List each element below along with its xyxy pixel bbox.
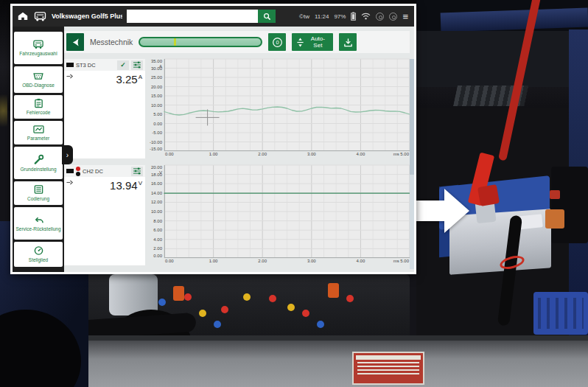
battery-icon bbox=[351, 12, 356, 21]
oscilloscope-chart-st3: 35.00A30.0025.0020.0015.0010.005.000.00-… bbox=[145, 59, 410, 158]
clipboard-icon bbox=[33, 98, 44, 108]
menu-icon[interactable]: ≡ bbox=[402, 12, 408, 21]
sidebar-label: Service-Rückstellung bbox=[15, 226, 60, 231]
sidebar-item-stellglied[interactable]: Stellglied bbox=[14, 242, 63, 267]
auto-set-label: Auto-Set bbox=[307, 35, 329, 49]
window-title: Volkswagen Golf5 Plus 1.6i 1... bbox=[52, 13, 122, 20]
sidebar-label: Fehlercode bbox=[27, 110, 51, 115]
save-button[interactable] bbox=[339, 33, 357, 51]
red-probe-dot bbox=[76, 167, 80, 171]
plot-wrap: 0.001.002.003.004.00ms 5.00 bbox=[164, 59, 410, 158]
top-bar: Volkswagen Golf5 Plus 1.6i 1... ©tw 11:2… bbox=[13, 6, 414, 27]
wrench-icon bbox=[32, 154, 44, 165]
arrow-head bbox=[444, 189, 469, 233]
timebase-slider-marker[interactable] bbox=[174, 38, 176, 46]
plot-wrap: 0.001.002.003.004.00ms 5.00 bbox=[164, 165, 410, 265]
status-area: ©tw 11:24 97% ≡ bbox=[299, 12, 408, 21]
home-icon[interactable] bbox=[17, 11, 29, 21]
wifi-icon bbox=[361, 13, 371, 20]
channel-card-ch2: CH2 DC bbox=[64, 165, 145, 265]
sync-icon bbox=[376, 13, 384, 21]
search-input[interactable] bbox=[127, 10, 258, 23]
y-axis-labels: 20.00V18.0016.0014.0012.0010.008.006.004… bbox=[145, 165, 164, 265]
car-icon bbox=[32, 39, 45, 49]
scope-plot-area[interactable] bbox=[164, 165, 410, 258]
measurement-toolbar: Messtechnik 0 Auto-Set bbox=[64, 31, 410, 53]
black-probe-dot bbox=[76, 172, 80, 176]
timebase-slider[interactable] bbox=[139, 37, 262, 47]
gauge-icon bbox=[33, 245, 44, 256]
trace-color-swatch bbox=[66, 63, 74, 67]
value-unit: V bbox=[139, 180, 142, 186]
coding-list-icon bbox=[33, 184, 44, 195]
sidebar-item-obd-diagnose[interactable]: OBD-Diagnose bbox=[14, 66, 63, 93]
network-label: ©tw bbox=[299, 13, 309, 20]
photo-orange-relay bbox=[545, 209, 564, 229]
check-icon: ✓ bbox=[120, 61, 126, 69]
channel-enable-button[interactable]: ✓ bbox=[117, 60, 129, 70]
oscilloscope-chart-ch2: 20.00V18.0016.0014.0012.0010.008.006.004… bbox=[145, 165, 410, 265]
x-axis-labels: 0.001.002.003.004.00ms 5.00 bbox=[164, 151, 410, 158]
sidebar-label: Parameter bbox=[27, 136, 49, 141]
main-content: Messtechnik 0 Auto-Set bbox=[64, 27, 414, 272]
parameter-chart-icon bbox=[32, 125, 45, 134]
auto-set-button[interactable]: Auto-Set bbox=[292, 33, 333, 51]
sidebar-label: Grundeinstellung bbox=[20, 167, 56, 172]
clock: 11:24 bbox=[315, 13, 329, 20]
diagnostic-app-window: Volkswagen Golf5 Plus 1.6i 1... ©tw 11:2… bbox=[10, 4, 416, 274]
channel-row-ch2: CH2 DC bbox=[64, 165, 410, 265]
scope-plot-area[interactable] bbox=[164, 59, 410, 151]
vehicle-icon[interactable] bbox=[33, 11, 47, 21]
sidebar-item-service-rueckstellung[interactable]: Service-Rückstellung bbox=[14, 207, 63, 240]
probe-color-dots bbox=[76, 167, 80, 176]
measurement-value: 3.25A bbox=[116, 73, 142, 86]
sliders-icon bbox=[133, 167, 141, 175]
sidebar-label: Stellglied bbox=[29, 257, 48, 262]
arrow-shaft bbox=[415, 201, 445, 221]
obd-connector-icon bbox=[32, 72, 45, 81]
vertical-scrollbar[interactable] bbox=[410, 59, 414, 269]
toolbar-title: Messtechnik bbox=[90, 38, 133, 46]
zero-button[interactable]: 0 bbox=[268, 33, 286, 51]
channel-settings-button[interactable] bbox=[131, 167, 143, 176]
channel-header: CH2 DC bbox=[64, 165, 145, 177]
search-button[interactable] bbox=[258, 10, 276, 23]
photo-red-clamp-jaw bbox=[477, 184, 500, 206]
measurement-readout: 3.25A bbox=[64, 71, 145, 86]
photo-cowl bbox=[416, 31, 588, 87]
photo-blue-bracket bbox=[533, 292, 588, 335]
sidebar-item-grundeinstellung[interactable]: Grundeinstellung bbox=[14, 147, 63, 179]
auto-range-icon bbox=[296, 38, 304, 47]
search-box bbox=[127, 10, 276, 23]
back-button[interactable] bbox=[66, 33, 84, 51]
sidebar-item-codierung[interactable]: Codierung bbox=[14, 181, 63, 205]
y-axis-labels: 35.00A30.0025.0020.0015.0010.005.000.00-… bbox=[145, 59, 164, 158]
connection-icon bbox=[389, 13, 397, 21]
value-number: 13.94 bbox=[110, 179, 138, 192]
reset-arrow-icon bbox=[32, 215, 45, 225]
photo-warning-sticker bbox=[352, 352, 424, 385]
value-unit: A bbox=[139, 74, 142, 80]
battery-percent: 97% bbox=[334, 13, 346, 20]
back-arrow-icon bbox=[71, 38, 80, 47]
probe-coupling-icon bbox=[66, 179, 73, 186]
channel-name: CH2 DC bbox=[83, 168, 103, 175]
photo-red-relay bbox=[550, 190, 560, 199]
channel-row-st3: ST3 DC ✓ bbox=[64, 59, 410, 158]
channel-name: ST3 DC bbox=[76, 62, 96, 69]
app-panel-inner: Volkswagen Golf5 Plus 1.6i 1... ©tw 11:2… bbox=[13, 6, 414, 272]
sidebar-expand-tab[interactable]: › bbox=[62, 145, 73, 164]
sidebar-item-fahrzeugauswahl[interactable]: Fahrzeugauswahl bbox=[14, 32, 63, 64]
zero-icon: 0 bbox=[272, 37, 283, 48]
sidebar-item-fehlercode[interactable]: Fehlercode bbox=[14, 95, 63, 119]
sidebar-item-parameter[interactable]: Parameter bbox=[14, 121, 63, 144]
value-number: 3.25 bbox=[116, 73, 137, 86]
trace-color-swatch bbox=[66, 169, 74, 173]
sidebar-label: OBD-Diagnose bbox=[22, 83, 55, 88]
sliders-icon bbox=[133, 61, 141, 69]
x-axis-labels: 0.001.002.003.004.00ms 5.00 bbox=[164, 258, 410, 265]
measurement-readout: 13.94V bbox=[64, 177, 145, 192]
sidebar-label: Fahrzeugauswahl bbox=[19, 51, 57, 56]
probe-coupling-icon bbox=[66, 73, 73, 80]
channel-settings-button[interactable] bbox=[131, 60, 143, 70]
